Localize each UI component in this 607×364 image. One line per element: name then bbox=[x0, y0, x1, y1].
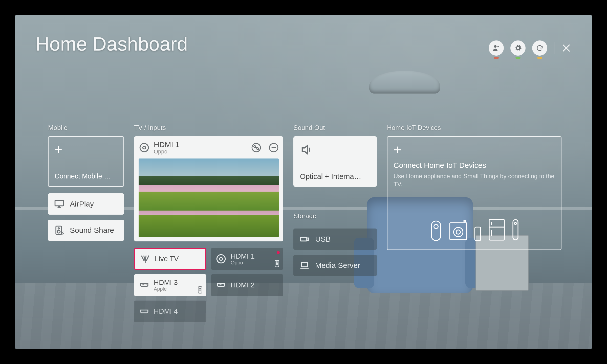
current-input-subtitle: Oppo bbox=[154, 148, 180, 155]
svg-point-49 bbox=[514, 222, 516, 224]
tile-title: HDMI 2 bbox=[231, 281, 255, 289]
hdmi-icon bbox=[139, 306, 150, 317]
home-dashboard-screen: Home Dashboard Mobile + Connect Mobile … bbox=[15, 15, 592, 349]
sound-out-label: Sound Out bbox=[293, 124, 377, 132]
svg-rect-37 bbox=[431, 221, 441, 240]
disc-icon bbox=[215, 253, 227, 264]
laptop-icon bbox=[299, 260, 310, 271]
usb-icon bbox=[299, 234, 310, 245]
connect-mobile-card[interactable]: + Connect Mobile … bbox=[48, 136, 124, 187]
settings-button[interactable] bbox=[510, 40, 526, 56]
iot-connect-card[interactable]: + Connect Home IoT Devices Use Home appl… bbox=[387, 136, 561, 250]
mobile-label: Mobile bbox=[48, 124, 124, 132]
account-button[interactable] bbox=[489, 40, 504, 56]
input-tile-hdmi2[interactable]: HDMI 2 bbox=[211, 274, 283, 296]
header-actions bbox=[489, 40, 572, 56]
decor-lamp-cord bbox=[405, 15, 405, 71]
media-server-item[interactable]: Media Server bbox=[293, 255, 377, 276]
svg-point-7 bbox=[140, 144, 148, 152]
svg-line-12 bbox=[255, 147, 257, 148]
speaker-bt-icon bbox=[54, 225, 65, 236]
antenna-icon bbox=[140, 253, 151, 264]
svg-point-38 bbox=[434, 224, 438, 229]
speaker-out-icon bbox=[300, 143, 314, 156]
person-star-icon bbox=[492, 44, 500, 52]
svg-line-17 bbox=[145, 256, 146, 261]
sound-output-label: Optical + Interna… bbox=[300, 172, 370, 181]
remote-icon bbox=[197, 286, 203, 293]
sound-out-card[interactable]: Optical + Interna… bbox=[293, 136, 377, 187]
disc-icon bbox=[139, 142, 150, 153]
separator bbox=[265, 143, 265, 152]
phone-icon bbox=[474, 226, 482, 241]
remote-icon bbox=[274, 260, 280, 267]
input-preview bbox=[139, 158, 279, 237]
svg-line-18 bbox=[146, 256, 149, 261]
iot-column: Home IoT Devices + Connect Home IoT Devi… bbox=[387, 124, 561, 349]
svg-point-20 bbox=[217, 255, 225, 263]
input-tile-live-tv[interactable]: Live TV bbox=[134, 248, 206, 270]
fridge-icon bbox=[487, 218, 506, 241]
svg-rect-43 bbox=[475, 227, 481, 240]
current-input-card[interactable]: HDMI 1 Oppo bbox=[134, 136, 283, 241]
tile-title: HDMI 4 bbox=[154, 307, 178, 315]
current-input-title: HDMI 1 bbox=[154, 140, 180, 149]
tile-title: Live TV bbox=[155, 255, 179, 263]
svg-point-28 bbox=[200, 288, 200, 289]
usb-item[interactable]: USB bbox=[293, 229, 377, 250]
status-indicator bbox=[515, 57, 521, 59]
separator bbox=[554, 42, 554, 54]
simplink-icon[interactable] bbox=[251, 143, 261, 153]
plus-icon: + bbox=[394, 143, 555, 156]
tile-title: HDMI 3 bbox=[154, 279, 178, 287]
remote-device-icon bbox=[512, 218, 519, 241]
gear-icon bbox=[514, 44, 522, 52]
airplay-icon bbox=[54, 198, 65, 210]
close-icon[interactable] bbox=[561, 43, 572, 53]
remove-input-icon[interactable] bbox=[269, 143, 279, 153]
status-indicator bbox=[537, 57, 542, 59]
washer-icon bbox=[448, 220, 468, 241]
airplay-item[interactable]: AirPlay bbox=[48, 193, 124, 215]
input-tile-hdmi3[interactable]: HDMI 3 Apple bbox=[134, 274, 206, 296]
tv-inputs-column: TV / Inputs HDMI 1 Oppo bbox=[134, 124, 283, 349]
refresh-button[interactable] bbox=[532, 40, 547, 56]
tile-title: HDMI 1 bbox=[231, 252, 255, 260]
svg-rect-39 bbox=[450, 223, 467, 240]
usb-label: USB bbox=[315, 235, 331, 243]
input-tile-hdmi1[interactable]: HDMI 1 Oppo bbox=[211, 248, 283, 270]
iot-title: Connect Home IoT Devices bbox=[394, 161, 555, 170]
svg-point-42 bbox=[464, 220, 466, 222]
connect-mobile-label: Connect Mobile … bbox=[55, 172, 117, 180]
input-tile-hdmi4[interactable]: HDMI 4 bbox=[134, 301, 206, 322]
sound-share-label: Sound Share bbox=[70, 226, 114, 235]
tile-subtitle: Apple bbox=[154, 286, 178, 292]
svg-rect-36 bbox=[301, 263, 308, 267]
decor-lamp bbox=[369, 71, 440, 94]
columns: Mobile + Connect Mobile … AirPlay Sound … bbox=[48, 124, 561, 349]
storage-label: Storage bbox=[293, 212, 377, 220]
iot-device-icons bbox=[394, 218, 555, 243]
tile-subtitle: Oppo bbox=[231, 260, 255, 266]
plus-icon: + bbox=[55, 143, 117, 156]
svg-point-41 bbox=[456, 230, 461, 234]
hdmi-icon bbox=[215, 280, 227, 291]
iot-label: Home IoT Devices bbox=[387, 124, 561, 132]
input-grid: Live TV HDMI 1 Oppo HDMI 3 A bbox=[134, 248, 283, 322]
svg-rect-3 bbox=[55, 200, 63, 206]
svg-point-21 bbox=[220, 258, 223, 260]
svg-rect-32 bbox=[300, 237, 307, 241]
svg-point-5 bbox=[58, 228, 59, 229]
svg-point-40 bbox=[454, 228, 463, 237]
sound-share-item[interactable]: Sound Share bbox=[48, 220, 124, 241]
active-indicator bbox=[277, 251, 280, 254]
svg-point-6 bbox=[57, 230, 60, 233]
svg-point-23 bbox=[276, 262, 277, 262]
page-title: Home Dashboard bbox=[35, 33, 188, 55]
media-server-label: Media Server bbox=[315, 261, 360, 270]
hdmi-icon bbox=[139, 280, 150, 291]
tv-inputs-label: TV / Inputs bbox=[134, 124, 283, 132]
status-indicator bbox=[494, 57, 499, 59]
refresh-icon bbox=[536, 44, 544, 52]
air-purifier-icon bbox=[429, 220, 443, 241]
